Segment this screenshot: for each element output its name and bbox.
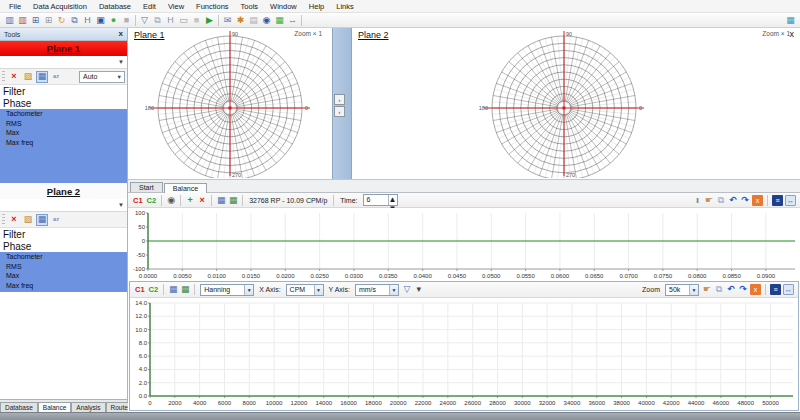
channel-c1-toggle[interactable]: C1 — [133, 285, 147, 294]
plane1-point-combobox[interactable]: ▼ — [0, 56, 127, 69]
time-spinner[interactable]: 6▲▼ — [363, 194, 398, 206]
menu-data-acquisition[interactable]: Data Acquisition — [27, 2, 93, 11]
delete-icon[interactable]: × — [8, 71, 20, 83]
remove-icon[interactable]: × — [196, 194, 208, 206]
menu-links[interactable]: Links — [330, 2, 360, 11]
splitter-collapse-right-button[interactable]: › — [334, 94, 345, 105]
expand-icon[interactable]: ↔ — [783, 284, 794, 295]
services-icon[interactable]: ✱ — [234, 14, 247, 27]
channel-c2-toggle[interactable]: C2 — [147, 285, 161, 294]
spin-up-icon[interactable]: ▲ — [389, 195, 397, 204]
grid-icon[interactable]: ▦ — [36, 71, 48, 83]
stop-icon[interactable]: ■ — [120, 14, 133, 27]
expand-icon[interactable]: ↔ — [785, 195, 796, 206]
panel-splitter[interactable]: ›‹ — [332, 28, 352, 179]
paste-icon[interactable]: ▨ — [22, 214, 34, 226]
move-icon[interactable]: ↔ — [286, 14, 299, 27]
sort-az-icon[interactable]: az — [50, 71, 62, 83]
refresh-icon[interactable]: ↻ — [55, 14, 68, 27]
web-icon[interactable]: ◉ — [260, 14, 273, 27]
table-icon[interactable]: ▦ — [167, 284, 179, 296]
module-tab-analysis[interactable]: Analysis — [71, 402, 105, 412]
copy-icon[interactable]: ⧉ — [68, 14, 81, 27]
copy-pages-icon[interactable]: ⧉ — [151, 14, 164, 27]
columns-icon[interactable]: ||| — [691, 194, 703, 206]
hand-pan-icon[interactable]: ☛ — [701, 284, 713, 296]
waveform-chart[interactable]: 0.00000.00500.01000.01500.02000.02500.03… — [128, 208, 799, 281]
menu-window[interactable]: Window — [264, 2, 303, 11]
y-axis-unit-select[interactable]: mm/s▼ — [355, 284, 399, 296]
channel-c2-toggle[interactable]: C2 — [145, 196, 159, 205]
polar-plot[interactable]: 900270180 — [352, 28, 798, 178]
auto-scale-combobox[interactable]: Auto▼ — [79, 71, 125, 83]
x-axis-unit-select[interactable]: CPM▼ — [286, 284, 324, 296]
tools-panel-close-icon[interactable]: x — [119, 30, 123, 38]
selection-icon[interactable]: ▭ — [177, 14, 190, 27]
polar-plot[interactable]: 900270180 — [128, 28, 332, 178]
document-icon[interactable]: ▤ — [247, 14, 260, 27]
paste-icon[interactable]: ▨ — [22, 71, 34, 83]
tab-balance[interactable]: Balance — [164, 183, 207, 193]
dock-icon[interactable]: ▦ — [784, 14, 797, 27]
table-icon[interactable]: ▦ — [215, 194, 227, 206]
beam-icon[interactable]: H — [81, 14, 94, 27]
list-item[interactable]: RMS — [0, 119, 127, 129]
undo-icon[interactable]: ↶ — [727, 194, 739, 206]
caret-down-icon[interactable]: ▾ — [413, 284, 425, 296]
module-tab-balance[interactable]: Balance — [38, 402, 72, 412]
visibility-eye-icon[interactable]: ◉ — [165, 194, 177, 206]
menu-edit[interactable]: Edit — [137, 2, 162, 11]
list-item[interactable]: Tachometer — [0, 109, 127, 119]
close-chart-icon[interactable]: x — [752, 195, 763, 206]
splitter-collapse-left-button[interactable]: ‹ — [334, 106, 345, 117]
menu-help[interactable]: Help — [303, 2, 330, 11]
tab-start[interactable]: Start — [130, 182, 163, 192]
report-icon[interactable]: ▥ — [3, 14, 16, 27]
record-icon[interactable]: ● — [107, 14, 120, 27]
list-item[interactable]: RMS — [0, 262, 127, 272]
copy-icon[interactable]: ⧉ — [713, 284, 725, 296]
save-icon[interactable]: ▣ — [94, 14, 107, 27]
list-item[interactable]: Max — [0, 128, 127, 138]
new-window-icon[interactable]: ⊞ — [29, 14, 42, 27]
filter-icon[interactable]: ▽ — [138, 14, 151, 27]
delete-icon[interactable]: × — [8, 214, 20, 226]
undo-icon[interactable]: ↶ — [725, 284, 737, 296]
zoom-select[interactable]: 50k▼ — [665, 284, 699, 296]
list-item[interactable]: Max — [0, 271, 127, 281]
window-function-select[interactable]: Hanning▼ — [200, 284, 254, 296]
menu-functions[interactable]: Functions — [190, 2, 235, 11]
close-icon[interactable]: x — [790, 30, 795, 39]
add-icon[interactable]: + — [184, 194, 196, 206]
list-item[interactable]: Max freq — [0, 281, 127, 291]
sort-az-icon[interactable]: az — [50, 214, 62, 226]
spectrum-chart[interactable]: 0200040006000800010000120001400016000180… — [130, 298, 797, 409]
menu-file[interactable]: File — [3, 2, 27, 11]
chart-color-icon[interactable]: ▦ — [273, 14, 286, 27]
module-tab-database[interactable]: Database — [0, 402, 38, 412]
copy-icon[interactable]: ⧉ — [715, 194, 727, 206]
database-remove-icon[interactable]: ▥ — [16, 14, 29, 27]
beam2-icon[interactable]: H — [164, 14, 177, 27]
menu-tools[interactable]: Tools — [235, 2, 265, 11]
stop2-icon[interactable]: ■ — [190, 14, 203, 27]
plane2-banner[interactable]: Plane 2 — [0, 183, 127, 199]
export-icon[interactable]: ≡ — [772, 195, 783, 206]
filter-funnel-icon[interactable]: ▽ — [401, 284, 413, 296]
table-chart-icon[interactable]: ▦ — [179, 284, 191, 296]
close-chart-icon[interactable]: x — [750, 284, 761, 295]
export-icon[interactable]: ≡ — [770, 284, 781, 295]
menu-database[interactable]: Database — [93, 2, 137, 11]
table-chart-icon[interactable]: ▦ — [227, 194, 239, 206]
plane1-banner[interactable]: Plane 1 — [0, 41, 127, 56]
play-icon[interactable]: ▶ — [203, 14, 216, 27]
window-icon[interactable]: ⊞ — [42, 14, 55, 27]
channel-c1-toggle[interactable]: C1 — [131, 196, 145, 205]
mail-icon[interactable]: ✉ — [221, 14, 234, 27]
plane2-point-combobox[interactable]: ▼ — [0, 199, 127, 212]
menu-view[interactable]: View — [162, 2, 190, 11]
hand-pan-icon[interactable]: ☛ — [703, 194, 715, 206]
grid-icon[interactable]: ▦ — [36, 214, 48, 226]
list-item[interactable]: Max freq — [0, 138, 127, 148]
list-item[interactable]: Tachometer — [0, 252, 127, 262]
